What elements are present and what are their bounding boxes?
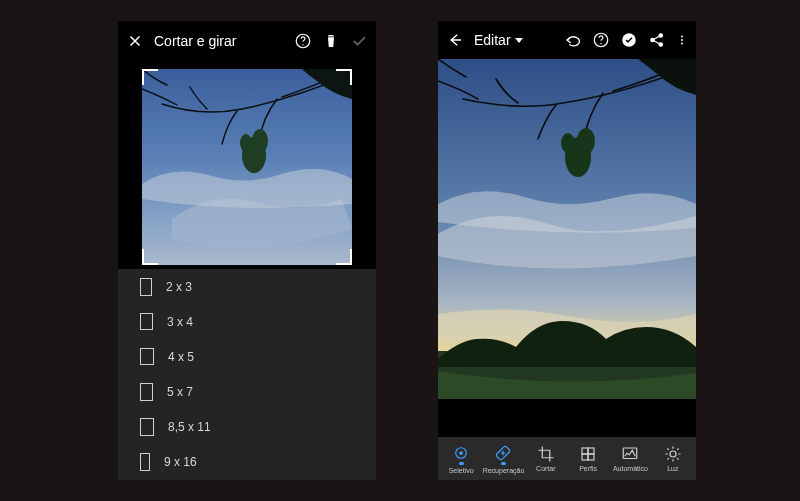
tool-label: Recuperação xyxy=(483,467,525,474)
svg-rect-24 xyxy=(588,448,594,454)
edit-topbar: Editar xyxy=(438,21,696,59)
ratio-box-icon xyxy=(140,418,154,436)
svg-point-14 xyxy=(681,43,683,45)
ratio-5x7[interactable]: 5 x 7 xyxy=(118,374,376,409)
tool-label: Perfis xyxy=(579,465,597,472)
ratio-label: 9 x 16 xyxy=(164,455,197,469)
help-icon[interactable] xyxy=(294,32,312,50)
ratio-2x3[interactable]: 2 x 3 xyxy=(118,269,376,304)
confirm-icon[interactable] xyxy=(350,32,368,50)
svg-point-13 xyxy=(681,39,683,41)
ratio-label: 5 x 7 xyxy=(167,385,193,399)
close-icon[interactable] xyxy=(126,32,144,50)
tool-label: Cortar xyxy=(536,465,555,472)
tool-label: Seletivo xyxy=(449,467,474,474)
crop-stage xyxy=(118,61,376,269)
tool-label: Automático xyxy=(613,465,648,472)
aspect-ratio-list[interactable]: 2 x 3 3 x 4 4 x 5 5 x 7 8,5 x 11 9 x 16 xyxy=(118,269,376,480)
svg-point-12 xyxy=(681,36,683,38)
crop-handle-tl[interactable] xyxy=(142,69,158,85)
ratio-box-icon xyxy=(140,278,152,296)
ratio-85x11[interactable]: 8,5 x 11 xyxy=(118,409,376,444)
svg-point-1 xyxy=(302,44,303,45)
tool-selective[interactable]: Seletivo xyxy=(440,444,482,474)
svg-point-19 xyxy=(561,133,575,153)
svg-rect-26 xyxy=(588,454,594,460)
tool-healing[interactable]: Recuperação xyxy=(482,444,524,474)
tool-profiles[interactable]: Perfis xyxy=(567,445,609,472)
tool-light[interactable]: Luz xyxy=(652,445,694,472)
edit-tools-bar: Seletivo Recuperação Cortar Perfis Au xyxy=(438,437,696,480)
photo-canvas[interactable] xyxy=(438,59,696,399)
chevron-down-icon xyxy=(515,38,523,43)
selective-icon xyxy=(452,444,470,462)
help-icon[interactable] xyxy=(592,31,610,49)
ratio-label: 8,5 x 11 xyxy=(168,420,211,434)
svg-point-7 xyxy=(600,43,601,44)
healing-icon xyxy=(494,444,512,462)
light-icon xyxy=(664,445,682,463)
crop-handle-bl[interactable] xyxy=(142,249,158,265)
share-icon[interactable] xyxy=(648,31,666,49)
svg-rect-25 xyxy=(582,454,588,460)
crop-title: Cortar e girar xyxy=(154,33,236,49)
svg-point-9 xyxy=(651,38,654,41)
tool-crop[interactable]: Cortar xyxy=(525,445,567,472)
crop-handle-tr[interactable] xyxy=(336,69,352,85)
ratio-label: 3 x 4 xyxy=(167,315,193,329)
crop-frame[interactable] xyxy=(142,69,352,265)
edit-screen: Editar xyxy=(438,21,696,480)
svg-point-21 xyxy=(459,451,463,455)
profiles-icon xyxy=(579,445,597,463)
more-icon[interactable] xyxy=(676,31,688,49)
ratio-box-icon xyxy=(140,383,153,401)
ratio-label: 2 x 3 xyxy=(166,280,192,294)
svg-point-5 xyxy=(240,134,252,152)
ratio-3x4[interactable]: 3 x 4 xyxy=(118,304,376,339)
edit-dropdown[interactable]: Editar xyxy=(474,32,523,48)
ratio-box-icon xyxy=(140,313,153,330)
ratio-label: 4 x 5 xyxy=(168,350,194,364)
crop-icon xyxy=(537,445,555,463)
tool-auto[interactable]: Automático xyxy=(609,445,651,472)
svg-point-28 xyxy=(670,451,676,457)
ratio-4x5[interactable]: 4 x 5 xyxy=(118,339,376,374)
svg-point-18 xyxy=(577,128,595,154)
ratio-box-icon xyxy=(140,453,150,471)
crop-handle-br[interactable] xyxy=(336,249,352,265)
confirm-circle-icon[interactable] xyxy=(620,31,638,49)
tool-label: Luz xyxy=(667,465,678,472)
crop-topbar: Cortar e girar xyxy=(118,21,376,61)
svg-point-4 xyxy=(252,129,268,153)
edit-label-text: Editar xyxy=(474,32,511,48)
undo-icon[interactable] xyxy=(564,31,582,49)
auto-icon xyxy=(621,445,639,463)
photo-padding xyxy=(438,399,696,437)
ratio-9x16[interactable]: 9 x 16 xyxy=(118,444,376,479)
svg-point-11 xyxy=(659,43,662,46)
back-icon[interactable] xyxy=(446,31,464,49)
svg-rect-23 xyxy=(582,448,588,454)
svg-point-10 xyxy=(659,34,662,37)
crop-screen: Cortar e girar xyxy=(118,21,376,480)
ratio-box-icon xyxy=(140,348,154,365)
delete-icon[interactable] xyxy=(322,32,340,50)
